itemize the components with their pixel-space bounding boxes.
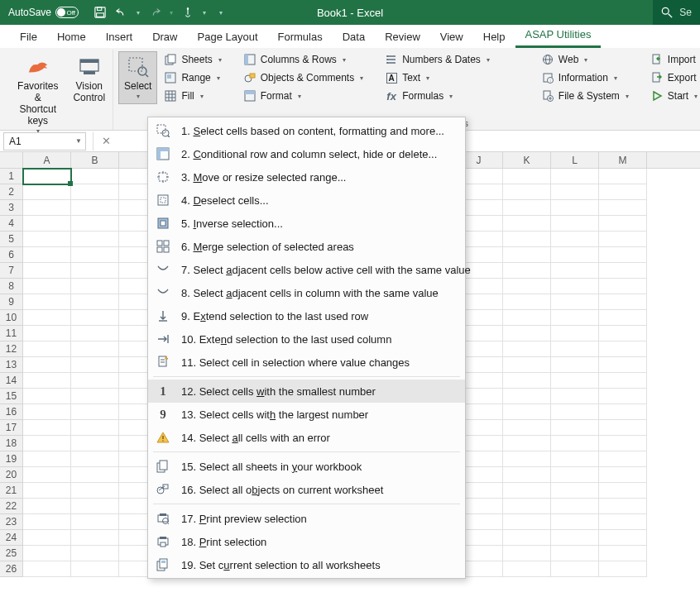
cell[interactable]	[551, 373, 599, 389]
menu-item-5[interactable]: 5. Inverse selection...	[148, 212, 465, 235]
cell[interactable]	[551, 546, 599, 561]
tab-formulas[interactable]: Formulas	[268, 26, 333, 48]
column-header[interactable]: M	[599, 152, 647, 168]
file-system-button[interactable]: File & System▾	[538, 88, 632, 104]
select-button[interactable]: Select ▾	[118, 51, 157, 104]
cell[interactable]	[599, 310, 647, 326]
cell[interactable]	[23, 546, 71, 561]
cell[interactable]	[503, 514, 551, 530]
cell[interactable]	[599, 200, 647, 216]
cell[interactable]	[503, 216, 551, 232]
cell[interactable]	[23, 184, 71, 200]
cell[interactable]	[71, 451, 119, 467]
cell[interactable]	[551, 467, 599, 483]
cell[interactable]	[599, 216, 647, 232]
cell[interactable]	[71, 184, 119, 200]
row-header[interactable]: 7	[0, 263, 23, 279]
cell[interactable]	[503, 420, 551, 436]
cell[interactable]	[71, 341, 119, 357]
text-button[interactable]: A Text▾	[381, 69, 493, 86]
favorites-button[interactable]: Favorites & Shortcut keys ▾	[8, 51, 67, 139]
cell[interactable]	[599, 169, 647, 184]
vision-control-button[interactable]: Vision Control	[70, 51, 108, 107]
chevron-down-icon[interactable]: ▾	[170, 9, 173, 17]
cell[interactable]	[503, 436, 551, 451]
cell[interactable]	[551, 404, 599, 420]
objects-comments-button[interactable]: Objects & Comments▾	[240, 69, 367, 86]
cell[interactable]	[503, 247, 551, 263]
cell[interactable]	[71, 530, 119, 546]
cell[interactable]	[551, 561, 599, 577]
search-box[interactable]: Se	[653, 0, 700, 25]
menu-item-15[interactable]: 15. Select all sheets in your workbook	[148, 455, 465, 478]
select-all-corner[interactable]	[0, 152, 23, 168]
range-button[interactable]: Range▾	[161, 69, 224, 86]
cell[interactable]	[551, 499, 599, 514]
name-box[interactable]: A1 ▼	[3, 132, 86, 150]
row-header[interactable]: 17	[0, 420, 23, 436]
cell[interactable]	[551, 326, 599, 341]
menu-item-2[interactable]: 2. Conditional row and column select, hi…	[148, 142, 465, 165]
menu-item-10[interactable]: 10. Extend selection to the last used co…	[148, 327, 465, 351]
row-header[interactable]: 4	[0, 216, 23, 232]
menu-item-14[interactable]: 14. Select all cells with an error	[148, 426, 465, 449]
cell[interactable]	[599, 326, 647, 341]
cell[interactable]	[23, 483, 71, 499]
cell[interactable]	[503, 451, 551, 467]
import-button[interactable]: Import▾	[647, 51, 700, 68]
cell[interactable]	[23, 389, 71, 404]
cell[interactable]	[503, 483, 551, 499]
cell[interactable]	[71, 373, 119, 389]
information-button[interactable]: i Information▾	[538, 69, 632, 86]
cell[interactable]	[503, 499, 551, 514]
cell[interactable]	[551, 341, 599, 357]
tab-asap-utilities[interactable]: ASAP Utilities	[515, 23, 602, 48]
cell[interactable]	[599, 546, 647, 561]
cell[interactable]	[551, 263, 599, 279]
tab-review[interactable]: Review	[375, 26, 430, 48]
menu-item-16[interactable]: 16. Select all objects on current worksh…	[148, 478, 465, 501]
cell[interactable]	[599, 451, 647, 467]
cell[interactable]	[23, 561, 71, 577]
menu-item-7[interactable]: 7. Select adjacent cells below active ce…	[148, 258, 465, 281]
cell[interactable]	[503, 326, 551, 341]
cell[interactable]	[503, 373, 551, 389]
row-header[interactable]: 23	[0, 514, 23, 530]
row-header[interactable]: 5	[0, 232, 23, 247]
row-header[interactable]: 22	[0, 499, 23, 514]
sheets-button[interactable]: Sheets▾	[161, 51, 224, 68]
cell[interactable]	[23, 232, 71, 247]
cell[interactable]	[71, 263, 119, 279]
cell[interactable]	[599, 420, 647, 436]
cell[interactable]	[599, 561, 647, 577]
cell[interactable]	[599, 232, 647, 247]
cell[interactable]	[23, 357, 71, 373]
cell[interactable]	[551, 530, 599, 546]
cell[interactable]	[551, 279, 599, 294]
cell[interactable]	[23, 200, 71, 216]
cell[interactable]	[23, 247, 71, 263]
cell[interactable]	[551, 310, 599, 326]
cell[interactable]	[551, 514, 599, 530]
menu-item-8[interactable]: 8. Select adjacent cells in column with …	[148, 281, 465, 304]
row-header[interactable]: 11	[0, 326, 23, 341]
cell[interactable]	[551, 294, 599, 310]
menu-item-6[interactable]: 6. Merge selection of selected areas	[148, 235, 465, 258]
cell[interactable]	[599, 341, 647, 357]
cell[interactable]	[551, 436, 599, 451]
cell[interactable]	[71, 357, 119, 373]
cell[interactable]	[551, 200, 599, 216]
menu-item-3[interactable]: 3. Move or resize selected range...	[148, 165, 465, 189]
column-header[interactable]: L	[551, 152, 599, 168]
touch-mode-icon[interactable]	[181, 6, 194, 19]
cell[interactable]	[23, 310, 71, 326]
row-header[interactable]: 8	[0, 279, 23, 294]
tab-file[interactable]: File	[10, 26, 47, 48]
cell[interactable]	[71, 200, 119, 216]
cell[interactable]	[551, 169, 599, 184]
row-header[interactable]: 2	[0, 184, 23, 200]
cell[interactable]	[23, 404, 71, 420]
cell[interactable]	[599, 263, 647, 279]
cell[interactable]	[71, 514, 119, 530]
cell[interactable]	[551, 247, 599, 263]
